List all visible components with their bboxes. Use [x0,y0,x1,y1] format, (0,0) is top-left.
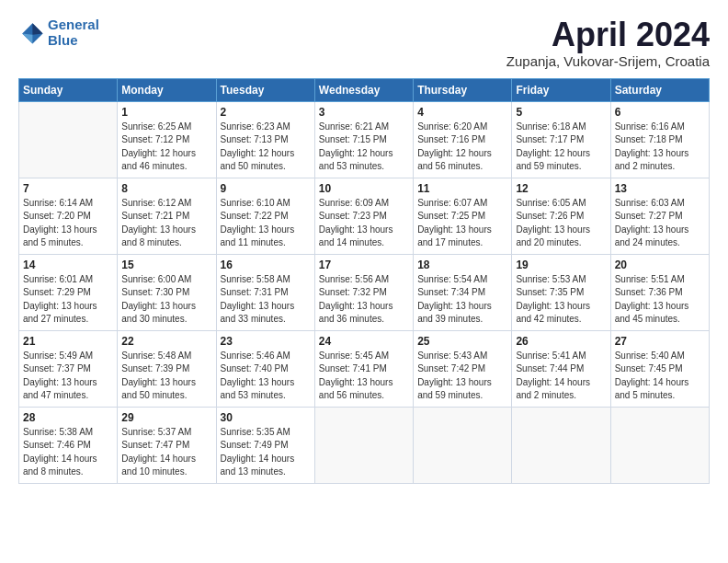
calendar-cell: 7Sunrise: 6:14 AMSunset: 7:20 PMDaylight… [19,178,118,254]
day-info: Sunrise: 5:49 AMSunset: 7:37 PMDaylight:… [23,350,113,403]
main-container: General Blue April 2024 Zupanja, Vukovar… [0,0,728,493]
day-number: 21 [23,335,113,348]
day-number: 14 [23,259,113,271]
day-info: Sunrise: 6:09 AMSunset: 7:23 PMDaylight:… [319,197,409,250]
calendar-cell: 21Sunrise: 5:49 AMSunset: 7:37 PMDayligh… [19,330,118,407]
day-info: Sunrise: 6:20 AMSunset: 7:16 PMDaylight:… [417,121,507,174]
logo-icon [18,19,44,45]
day-number: 5 [516,106,606,119]
day-info: Sunrise: 6:00 AMSunset: 7:30 PMDaylight:… [121,273,211,327]
day-number: 4 [417,106,507,119]
calendar-cell: 14Sunrise: 6:01 AMSunset: 7:29 PMDayligh… [19,254,118,330]
day-info: Sunrise: 6:10 AMSunset: 7:22 PMDaylight:… [221,197,311,250]
day-number: 17 [319,259,409,271]
weekday-header-row: SundayMondayTuesdayWednesdayThursdayFrid… [19,78,710,101]
calendar-cell: 23Sunrise: 5:46 AMSunset: 7:40 PMDayligh… [216,330,314,407]
day-number: 7 [23,182,113,195]
calendar-cell: 28Sunrise: 5:38 AMSunset: 7:46 PMDayligh… [19,407,118,483]
header-row: General Blue April 2024 Zupanja, Vukovar… [18,17,710,69]
day-number: 11 [417,182,507,195]
calendar-cell: 4Sunrise: 6:20 AMSunset: 7:16 PMDaylight… [414,101,512,178]
day-number: 26 [516,335,606,348]
day-info: Sunrise: 5:45 AMSunset: 7:41 PMDaylight:… [319,350,409,403]
day-info: Sunrise: 5:41 AMSunset: 7:44 PMDaylight:… [516,350,606,403]
calendar-cell: 27Sunrise: 5:40 AMSunset: 7:45 PMDayligh… [610,330,709,407]
calendar-cell: 29Sunrise: 5:37 AMSunset: 7:47 PMDayligh… [118,407,216,483]
calendar-cell: 18Sunrise: 5:54 AMSunset: 7:34 PMDayligh… [414,254,512,330]
day-info: Sunrise: 5:37 AMSunset: 7:47 PMDaylight:… [121,426,211,479]
calendar-week-3: 14Sunrise: 6:01 AMSunset: 7:29 PMDayligh… [19,254,710,330]
weekday-header-saturday: Saturday [610,78,709,101]
day-info: Sunrise: 5:53 AMSunset: 7:35 PMDaylight:… [516,273,606,327]
day-number: 28 [23,411,113,424]
calendar-cell [414,407,512,483]
calendar-week-2: 7Sunrise: 6:14 AMSunset: 7:20 PMDaylight… [19,178,710,254]
day-info: Sunrise: 6:07 AMSunset: 7:25 PMDaylight:… [417,197,507,250]
calendar-week-1: 1Sunrise: 6:25 AMSunset: 7:12 PMDaylight… [19,101,710,178]
day-info: Sunrise: 5:46 AMSunset: 7:40 PMDaylight:… [221,350,311,403]
calendar-cell: 24Sunrise: 5:45 AMSunset: 7:41 PMDayligh… [314,330,413,407]
day-info: Sunrise: 5:43 AMSunset: 7:42 PMDaylight:… [417,350,507,403]
day-number: 12 [516,182,606,195]
calendar-cell: 5Sunrise: 6:18 AMSunset: 7:17 PMDaylight… [512,101,610,178]
day-number: 16 [221,259,311,271]
calendar-cell: 2Sunrise: 6:23 AMSunset: 7:13 PMDaylight… [216,101,314,178]
calendar-cell: 17Sunrise: 5:56 AMSunset: 7:32 PMDayligh… [314,254,413,330]
calendar-cell: 22Sunrise: 5:48 AMSunset: 7:39 PMDayligh… [118,330,216,407]
day-number: 3 [319,106,409,119]
day-number: 1 [121,106,211,119]
month-title: April 2024 [506,17,710,53]
day-info: Sunrise: 5:35 AMSunset: 7:49 PMDaylight:… [221,426,311,479]
day-info: Sunrise: 6:05 AMSunset: 7:26 PMDaylight:… [516,197,606,250]
calendar-cell: 15Sunrise: 6:00 AMSunset: 7:30 PMDayligh… [118,254,216,330]
day-info: Sunrise: 6:14 AMSunset: 7:20 PMDaylight:… [23,197,113,250]
weekday-header-wednesday: Wednesday [314,78,413,101]
day-info: Sunrise: 5:56 AMSunset: 7:32 PMDaylight:… [319,273,409,327]
day-info: Sunrise: 6:18 AMSunset: 7:17 PMDaylight:… [516,121,606,174]
day-number: 15 [121,259,211,271]
day-number: 24 [319,335,409,348]
logo-text: General Blue [48,17,99,49]
day-info: Sunrise: 6:12 AMSunset: 7:21 PMDaylight:… [121,197,211,250]
calendar-cell: 10Sunrise: 6:09 AMSunset: 7:23 PMDayligh… [314,178,413,254]
day-info: Sunrise: 5:51 AMSunset: 7:36 PMDaylight:… [615,273,705,327]
day-number: 27 [615,335,705,348]
weekday-header-friday: Friday [512,78,610,101]
svg-marker-2 [22,34,32,44]
weekday-header-tuesday: Tuesday [216,78,314,101]
day-number: 2 [221,106,311,119]
day-number: 9 [221,182,311,195]
day-info: Sunrise: 5:54 AMSunset: 7:34 PMDaylight:… [417,273,507,327]
day-number: 30 [221,411,311,424]
day-info: Sunrise: 6:23 AMSunset: 7:13 PMDaylight:… [221,121,311,174]
calendar-cell: 8Sunrise: 6:12 AMSunset: 7:21 PMDaylight… [118,178,216,254]
calendar-cell: 3Sunrise: 6:21 AMSunset: 7:15 PMDaylight… [314,101,413,178]
calendar-cell: 20Sunrise: 5:51 AMSunset: 7:36 PMDayligh… [610,254,709,330]
location-subtitle: Zupanja, Vukovar-Srijem, Croatia [506,53,710,69]
day-info: Sunrise: 6:25 AMSunset: 7:12 PMDaylight:… [121,121,211,174]
calendar-header: SundayMondayTuesdayWednesdayThursdayFrid… [19,78,710,101]
day-number: 10 [319,182,409,195]
calendar-cell: 19Sunrise: 5:53 AMSunset: 7:35 PMDayligh… [512,254,610,330]
day-number: 6 [615,106,705,119]
day-number: 19 [516,259,606,271]
day-info: Sunrise: 5:58 AMSunset: 7:31 PMDaylight:… [221,273,311,327]
calendar-cell: 12Sunrise: 6:05 AMSunset: 7:26 PMDayligh… [512,178,610,254]
weekday-header-monday: Monday [118,78,216,101]
calendar-cell [314,407,413,483]
day-number: 18 [417,259,507,271]
day-number: 8 [121,182,211,195]
weekday-header-thursday: Thursday [414,78,512,101]
day-info: Sunrise: 6:21 AMSunset: 7:15 PMDaylight:… [319,121,409,174]
day-info: Sunrise: 5:38 AMSunset: 7:46 PMDaylight:… [23,426,113,479]
calendar-cell: 1Sunrise: 6:25 AMSunset: 7:12 PMDaylight… [118,101,216,178]
calendar-cell: 11Sunrise: 6:07 AMSunset: 7:25 PMDayligh… [414,178,512,254]
day-info: Sunrise: 5:40 AMSunset: 7:45 PMDaylight:… [615,350,705,403]
calendar-body: 1Sunrise: 6:25 AMSunset: 7:12 PMDaylight… [19,101,710,483]
calendar-cell: 26Sunrise: 5:41 AMSunset: 7:44 PMDayligh… [512,330,610,407]
day-number: 13 [615,182,705,195]
day-number: 25 [417,335,507,348]
day-info: Sunrise: 6:16 AMSunset: 7:18 PMDaylight:… [615,121,705,174]
calendar-cell: 9Sunrise: 6:10 AMSunset: 7:22 PMDaylight… [216,178,314,254]
logo: General Blue [18,17,99,49]
